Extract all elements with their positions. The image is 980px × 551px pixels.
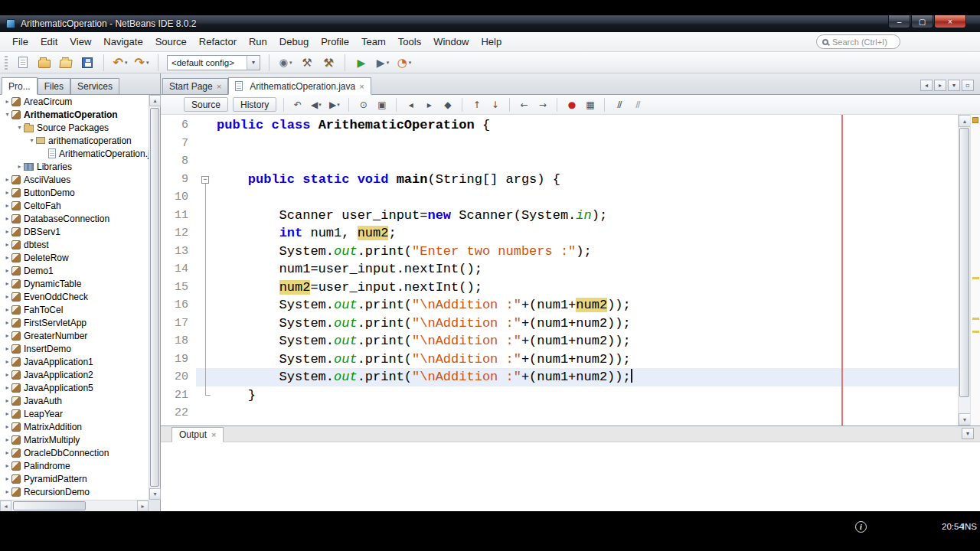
tree-item-evenoddcheck[interactable]: ▸EvenOddCheck xyxy=(0,290,149,303)
code-line-14[interactable]: 14 num1=user_input.nextInt(); xyxy=(161,260,958,279)
tree-item-pyramidpattern[interactable]: ▸PyramidPattern xyxy=(0,472,149,485)
code-line-text[interactable]: System.out.print("\nAddition :"+(num1+nu… xyxy=(217,368,632,386)
tree-collapsed-arrow-icon[interactable]: ▸ xyxy=(3,202,11,209)
tree-item-greaternumber[interactable]: ▸GreaterNumber xyxy=(0,329,149,342)
code-line-11[interactable]: 11 Scanner user_input=new Scanner(System… xyxy=(161,207,958,225)
build-project-button[interactable]: ⚒ xyxy=(298,54,316,72)
line-number[interactable]: 16 xyxy=(161,296,196,315)
sidebar-tab-files[interactable]: Files xyxy=(38,78,70,95)
run-project-button[interactable]: ▶ xyxy=(352,54,371,72)
tree-item-dynamictable[interactable]: ▸DynamicTable xyxy=(0,277,149,290)
tree-collapsed-arrow-icon[interactable]: ▸ xyxy=(3,176,11,183)
editor-vertical-scrollbar[interactable]: ▴ ▾ xyxy=(958,115,970,425)
line-number[interactable]: 19 xyxy=(161,350,196,369)
tree-item-arithematicoperation[interactable]: ▾arithematicoperation xyxy=(0,134,149,147)
tree-item-arithematicoperation-java[interactable]: ArithematicOperation.java xyxy=(0,147,149,160)
toggle-bookmark-icon[interactable]: ◆ xyxy=(441,98,454,111)
fold-collapse-icon[interactable]: − xyxy=(201,176,209,184)
code-line-text[interactable]: System.out.print("Enter two numbers :"); xyxy=(217,243,592,261)
tree-item-dbserv1[interactable]: ▸DBServ1 xyxy=(0,225,149,238)
tree-collapsed-arrow-icon[interactable]: ▸ xyxy=(3,228,11,235)
code-line-18[interactable]: 18 System.out.print("\nAddition :"+(num1… xyxy=(161,332,958,350)
tree-collapsed-arrow-icon[interactable]: ▸ xyxy=(15,163,24,170)
code-line-12[interactable]: 12 int num1, num2; xyxy=(161,224,958,243)
menu-navigate[interactable]: Navigate xyxy=(97,32,149,51)
editor-tab-start-page[interactable]: Start Page× xyxy=(162,78,228,95)
quick-search-box[interactable]: Search (Ctrl+I) xyxy=(816,34,900,49)
code-line-text[interactable]: public static void main(String[] args) { xyxy=(217,171,560,189)
fold-column[interactable] xyxy=(196,224,217,243)
tree-item-firstservletapp[interactable]: ▸FirstServletApp xyxy=(0,316,149,329)
profile-project-button[interactable]: ◔▾ xyxy=(395,54,413,72)
tree-item-matrixaddition[interactable]: ▸MatrixAddition xyxy=(0,420,149,433)
tree-collapsed-arrow-icon[interactable]: ▸ xyxy=(3,436,11,443)
fold-column[interactable] xyxy=(196,350,217,369)
tree-item-javaapplication1[interactable]: ▸JavaApplication1 xyxy=(0,355,149,368)
menu-file[interactable]: File xyxy=(6,32,34,51)
fold-column[interactable] xyxy=(196,386,217,405)
tree-item-oracledbconnection[interactable]: ▸OracleDbConnection xyxy=(0,446,149,459)
fold-column[interactable] xyxy=(196,188,217,207)
code-line-text[interactable]: int num1, num2; xyxy=(217,224,397,243)
line-number[interactable]: 15 xyxy=(161,279,196,297)
tree-item-javaauth[interactable]: ▸JavaAuth xyxy=(0,394,149,407)
undo-button[interactable]: ↶▾ xyxy=(111,54,129,72)
tree-collapsed-arrow-icon[interactable]: ▸ xyxy=(3,241,11,248)
tree-collapsed-arrow-icon[interactable]: ▸ xyxy=(3,215,11,222)
code-line-text[interactable]: public class ArithematicOperation { xyxy=(217,116,490,135)
scrollbar-thumb[interactable] xyxy=(13,501,86,510)
fold-column[interactable] xyxy=(196,332,217,350)
menu-profile[interactable]: Profile xyxy=(315,32,355,51)
tree-collapsed-arrow-icon[interactable]: ▸ xyxy=(3,397,11,404)
tree-item-libraries[interactable]: ▸Libraries xyxy=(0,160,149,173)
code-line-7[interactable]: 7 xyxy=(161,135,958,153)
tree-collapsed-arrow-icon[interactable]: ▸ xyxy=(3,345,11,352)
tree-item-demo1[interactable]: ▸Demo1 xyxy=(0,264,149,277)
scroll-down-icon[interactable]: ▾ xyxy=(959,413,971,425)
code-line-22[interactable]: 22 xyxy=(161,404,958,422)
menu-tools[interactable]: Tools xyxy=(392,32,427,51)
code-line-13[interactable]: 13 System.out.print("Enter two numbers :… xyxy=(161,243,958,261)
tree-item-insertdemo[interactable]: ▸InsertDemo xyxy=(0,342,149,355)
tree-item-palindrome[interactable]: ▸Palindrome xyxy=(0,459,149,472)
line-number[interactable]: 9 xyxy=(161,171,196,189)
tree-item-celtofah[interactable]: ▸CeltoFah xyxy=(0,199,149,212)
code-line-text[interactable]: System.out.print("\nAddition :"+(num1+nu… xyxy=(217,296,631,315)
menu-window[interactable]: Window xyxy=(427,32,475,51)
scroll-right-icon[interactable]: ▸ xyxy=(137,500,149,512)
menu-help[interactable]: Help xyxy=(475,32,508,51)
occurrence-mark[interactable] xyxy=(972,277,979,279)
tree-collapsed-arrow-icon[interactable]: ▸ xyxy=(3,332,11,339)
shift-right-icon[interactable]: → xyxy=(536,98,549,111)
tree-expanded-arrow-icon[interactable]: ▾ xyxy=(15,124,24,131)
tree-item-javaapplication5[interactable]: ▸JavaApplication5 xyxy=(0,381,149,394)
next-bookmark-icon[interactable]: ▸ xyxy=(423,98,436,111)
occurrence-mark[interactable] xyxy=(972,331,979,333)
tree-item-areacircum[interactable]: ▸AreaCircum xyxy=(0,95,149,108)
next-usage-icon[interactable]: ↓ xyxy=(488,98,501,111)
tree-item-javaapplication2[interactable]: ▸JavaApplication2 xyxy=(0,368,149,381)
source-button[interactable]: Source xyxy=(184,97,228,112)
tree-item-deleterow[interactable]: ▸DeleteRow xyxy=(0,251,149,264)
fold-column[interactable] xyxy=(196,207,217,225)
close-tab-icon[interactable]: × xyxy=(217,83,221,90)
fold-column[interactable] xyxy=(196,135,217,153)
tree-collapsed-arrow-icon[interactable]: ▸ xyxy=(3,306,11,313)
editor-tab-arithematicoperation-java[interactable]: ArithematicOperation.java× xyxy=(228,77,371,95)
fold-column[interactable] xyxy=(196,243,217,261)
code-line-text[interactable]: } xyxy=(217,386,256,405)
menu-source[interactable]: Source xyxy=(149,32,193,51)
fold-column[interactable] xyxy=(196,296,217,315)
fold-column[interactable] xyxy=(196,368,217,386)
code-area[interactable]: 6public class ArithematicOperation {789−… xyxy=(161,115,958,425)
line-number[interactable]: 7 xyxy=(161,135,196,153)
tree-collapsed-arrow-icon[interactable]: ▸ xyxy=(3,410,11,417)
code-line-17[interactable]: 17 System.out.print("\nAddition :"+(num1… xyxy=(161,315,958,333)
code-line-text[interactable]: System.out.print("\nAddition :"+(num1+nu… xyxy=(217,315,631,333)
scroll-up-icon[interactable]: ▴ xyxy=(149,95,161,106)
fold-column[interactable] xyxy=(196,404,217,422)
projects-tree[interactable]: ▸AreaCircum▾ArithematicOperation▾Source … xyxy=(0,95,149,500)
tree-item-fahtocel[interactable]: ▸FahToCel xyxy=(0,303,149,316)
line-number[interactable]: 13 xyxy=(161,243,196,261)
line-number[interactable]: 21 xyxy=(161,386,196,405)
